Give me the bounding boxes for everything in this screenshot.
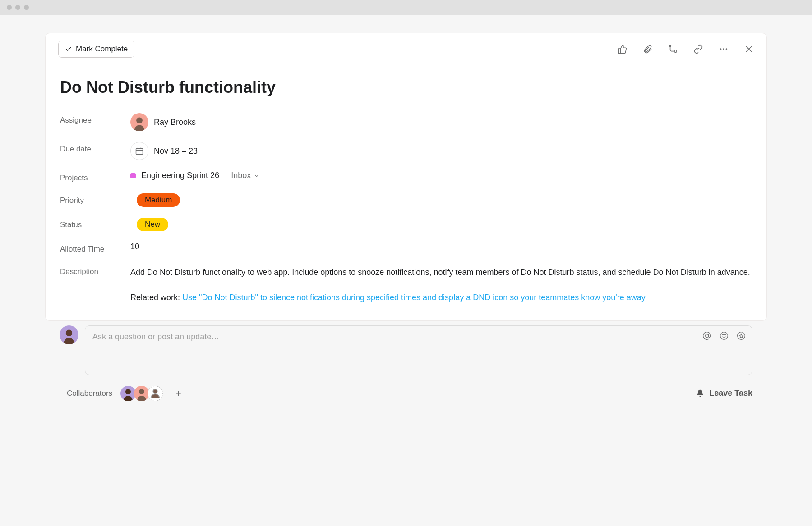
mention-button[interactable] [702,331,711,340]
more-actions-button[interactable] [719,44,729,54]
subtask-button[interactable] [668,44,678,54]
project-color-dot [130,173,136,178]
description-text: Add Do Not Disturb functionality to web … [130,268,750,277]
description-body[interactable]: Add Do Not Disturb functionality to web … [130,265,750,304]
smile-icon [720,331,729,340]
person-icon [62,328,76,344]
leave-task-label: Leave Task [709,389,752,398]
project-name[interactable]: Engineering Sprint 26 [141,171,219,180]
svg-point-13 [706,334,709,337]
traffic-light-dot [7,5,12,10]
star-badge-icon [737,331,746,340]
chevron-down-icon [254,173,260,179]
task-title[interactable]: Do Not Disturb functionality [60,78,752,97]
paperclip-icon [643,44,653,54]
subtask-icon [668,44,678,54]
due-date-text: Nov 18 – 23 [154,146,198,156]
mark-complete-button[interactable]: Mark Complete [58,41,134,58]
project-section-dropdown[interactable]: Inbox [231,171,260,180]
svg-point-4 [726,48,728,50]
copy-link-button[interactable] [693,44,703,54]
collaborators-label: Collaborators [67,389,112,398]
svg-point-7 [136,117,143,123]
priority-label: Priority [60,193,130,205]
person-icon [133,116,146,131]
like-button[interactable] [618,44,627,54]
svg-rect-8 [136,148,143,154]
svg-point-14 [720,332,728,339]
calendar-icon [135,146,144,156]
person-icon [136,388,147,401]
svg-point-12 [66,329,72,336]
priority-pill[interactable]: Medium [137,193,180,207]
task-footer: Collaborators + Leave Task [45,375,767,415]
browser-chrome [0,0,812,15]
traffic-light-dot [24,5,29,10]
svg-point-3 [723,48,724,50]
traffic-light-dot [15,5,20,10]
task-detail-panel: Mark Complete [45,33,767,321]
status-label: Status [60,218,130,229]
svg-point-1 [674,50,677,53]
attachment-button[interactable] [643,44,653,54]
task-content: Do Not Disturb functionality Assignee Ra… [46,65,766,320]
current-user-avatar [60,325,78,344]
check-icon [65,46,72,53]
task-topbar: Mark Complete [46,33,766,65]
assignee-name: Ray Brooks [154,118,196,127]
close-button[interactable] [744,44,754,54]
allotted-time-label: Allotted Time [60,242,130,254]
collaborator-avatar[interactable] [134,386,149,401]
related-work-link[interactable]: Use "Do Not Disturb" to silence notifica… [182,293,647,302]
person-icon [123,388,134,401]
person-outline-icon [149,386,161,401]
svg-point-2 [720,48,722,50]
bell-icon [696,389,705,398]
collaborator-avatar[interactable] [120,386,136,401]
svg-point-16 [725,334,726,335]
comment-area: Ask a question or post an update… [45,321,767,375]
svg-point-20 [139,389,144,394]
assignee-label: Assignee [60,113,130,125]
close-icon [744,44,754,54]
assignee-avatar [130,113,148,131]
related-work-prefix: Related work: [130,293,182,302]
add-collaborator-button[interactable]: + [175,388,181,399]
projects-label: Projects [60,171,130,183]
svg-marker-18 [739,334,743,338]
project-section-name: Inbox [231,171,251,180]
collaborators-stack [120,386,163,401]
description-label: Description [60,265,130,276]
leave-task-button[interactable]: Leave Task [696,389,752,398]
thumbs-up-icon [618,44,627,54]
at-icon [702,331,711,340]
svg-point-19 [125,389,131,394]
add-collaborator-slot[interactable] [148,386,163,401]
appreciation-button[interactable] [737,331,746,340]
mark-complete-label: Mark Complete [76,45,128,54]
ellipsis-icon [719,44,729,54]
status-pill[interactable]: New [137,218,168,231]
link-icon [693,44,703,54]
svg-point-21 [153,389,157,393]
svg-point-15 [723,334,724,335]
assignee-value[interactable]: Ray Brooks [130,113,752,131]
allotted-time-value[interactable]: 10 [130,242,139,252]
emoji-button[interactable] [720,331,729,340]
comment-placeholder: Ask a question or post an update… [92,332,219,341]
calendar-chip [130,142,148,160]
comment-input[interactable]: Ask a question or post an update… [85,325,752,375]
due-date-label: Due date [60,142,130,154]
due-date-value[interactable]: Nov 18 – 23 [130,142,752,160]
